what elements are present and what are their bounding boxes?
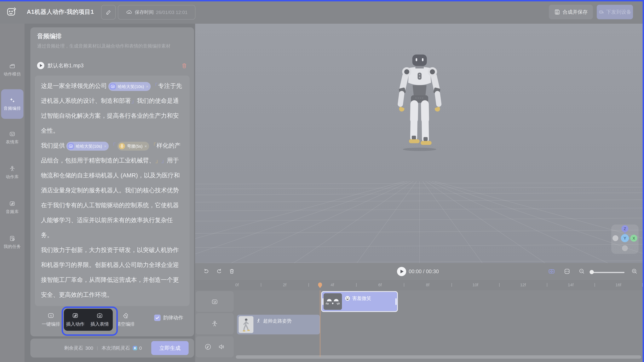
- sidebar-item-audio-library[interactable]: 音频库: [0, 195, 24, 219]
- audio-file-name: 默认名称1.mp3: [48, 62, 181, 69]
- sidebar-item-audio-arrange[interactable]: 音频编排: [0, 92, 24, 116]
- delete-audio-button[interactable]: [181, 63, 187, 69]
- axis-gizmo[interactable]: Z Y X: [611, 224, 638, 254]
- rhythm-audio-icon: [204, 343, 212, 350]
- timeline-zoom-slider[interactable]: [591, 272, 624, 273]
- insert-expression-button[interactable]: 插入表情: [87, 312, 112, 327]
- save-time-value: 26/01/03 12:01: [156, 10, 188, 15]
- zoom-in-icon[interactable]: [631, 268, 638, 275]
- redo-button[interactable]: [216, 268, 222, 274]
- timeline-scrollbar[interactable]: [236, 355, 641, 359]
- checkbox-checked-icon[interactable]: [154, 314, 160, 321]
- cloud-save-icon: [126, 9, 132, 16]
- action-track-icon: [211, 320, 218, 327]
- rhythm-motion-label: 韵律动作: [163, 314, 183, 321]
- motion-clip-label: 超帅走路姿势: [263, 318, 292, 324]
- screenshot-border-top: [0, 0, 644, 2]
- rhythm-motion-toggle[interactable]: 韵律动作: [154, 314, 183, 321]
- speaker-icon[interactable]: [218, 343, 225, 350]
- timeline-play-button[interactable]: [397, 267, 406, 276]
- save-time-label: 保存时间: [135, 9, 154, 16]
- clear-icon: [122, 312, 129, 319]
- script-editor-text[interactable]: 这是一家全球领先的公司哈哈大笑(10s)×「专注于先进机器人系统的设计、制造和部…: [41, 78, 184, 302]
- sidebar-item-my-tasks[interactable]: 我的任务: [0, 230, 24, 254]
- expression-chip-icon: [68, 143, 74, 150]
- sidebar-item-motion-library[interactable]: 动作库: [0, 161, 24, 184]
- panel-subtitle: 通过音频处理，生成音频素材以及融合动作和表情的音频编排素材: [37, 43, 188, 49]
- chip-label: 弯腰(5s): [127, 139, 142, 154]
- timeline-zoom-slider-handle[interactable]: [590, 270, 594, 274]
- music-box-icon: [9, 200, 16, 207]
- app-logo-icon: [6, 6, 18, 18]
- rename-button[interactable]: [101, 5, 116, 20]
- sidebar-item-motion-mimic[interactable]: 动作模仿: [0, 59, 24, 81]
- insert-motion-icon: [72, 312, 79, 319]
- expression-clip-label: 害羞微笑: [352, 295, 371, 302]
- action-label: 插入动作: [66, 321, 84, 327]
- robot-face-icon: [9, 131, 16, 137]
- panel-title: 音频编排: [37, 32, 62, 40]
- zoom-out-icon[interactable]: [578, 268, 585, 275]
- remaining-stones-label: 剩余灵石: [64, 345, 83, 351]
- expression-clip-thumbnail: [324, 293, 342, 310]
- ruler-frame-label: 2f: [283, 282, 286, 287]
- sidebar-item-expression-library[interactable]: 表情库: [0, 126, 24, 150]
- undo-button[interactable]: [203, 268, 210, 274]
- audio-arrange-panel: 音频编排 通过音频处理，生成音频素材以及融合动作和表情的音频编排素材 默认名称1…: [30, 27, 194, 336]
- motion-clip[interactable]: 超帅走路姿势: [237, 315, 320, 334]
- expression-tag-chip[interactable]: 哈哈大笑(10s)×: [66, 142, 109, 151]
- auto-arrange-button[interactable]: AI 一键编排: [38, 312, 64, 327]
- chip-remove-icon[interactable]: ×: [146, 79, 148, 94]
- sidebar-item-label: 表情库: [6, 139, 19, 145]
- action-tag-chip[interactable]: 弯腰(5s)×: [118, 142, 149, 151]
- expression-clip[interactable]: 害羞微笑: [321, 291, 398, 312]
- generate-now-label: 立即生成: [159, 344, 180, 352]
- generate-footer: 剩余灵石 300 | 本次消耗灵石 0 立即生成: [30, 338, 194, 357]
- quote-mark: 「: [110, 142, 116, 149]
- insert-expression-icon: [96, 312, 103, 319]
- script-editor[interactable]: 这是一家全球领先的公司哈哈大笑(10s)×「专注于先进机器人系统的设计、制造和部…: [35, 76, 190, 306]
- humanoid-robot: [394, 54, 445, 151]
- motion-person-icon: [256, 318, 261, 324]
- expression-tag-chip[interactable]: 哈哈大笑(10s)×: [108, 82, 151, 91]
- quote-mark: 」: [155, 157, 161, 164]
- delete-clip-button[interactable]: [228, 268, 235, 274]
- action-label: 清空编排: [116, 321, 135, 327]
- action-chip-icon: [118, 143, 125, 150]
- fit-timeline-icon[interactable]: [564, 268, 570, 275]
- ruler-frame-label: 8f: [426, 282, 429, 287]
- floppy-icon: [554, 9, 560, 15]
- insert-motion-button[interactable]: 插入动作: [63, 312, 88, 327]
- auto-attach-icon[interactable]: [548, 268, 555, 275]
- robot-3d-viewport[interactable]: Z Y X: [195, 24, 642, 263]
- axis-z-label: Z: [624, 227, 626, 231]
- sidebar-item-label: 动作模仿: [4, 71, 21, 77]
- synthesize-save-button[interactable]: 合成并保存: [549, 5, 593, 19]
- clip-trim-handle-right[interactable]: [396, 298, 396, 305]
- timeline-time: 00:00 / 00:30: [409, 269, 439, 274]
- timeline-ruler[interactable]: 0f2f4f6f8f10f12f14f16f: [195, 280, 642, 290]
- top-bar: A1机器人动作-我的项目1 保存时间 26/01/03 12:01 合成并保存: [0, 0, 644, 24]
- quote-mark: 「: [152, 82, 158, 89]
- screenshot-border-right: [642, 0, 644, 362]
- synthesize-save-label: 合成并保存: [562, 9, 588, 16]
- chip-remove-icon[interactable]: ×: [104, 139, 106, 154]
- ruler-frame-label: 0f: [235, 282, 239, 287]
- ruler-frame-label: 6f: [378, 282, 382, 287]
- chip-remove-icon[interactable]: ×: [144, 139, 147, 154]
- ruler-minor-tick: [547, 283, 547, 287]
- svg-text:AI: AI: [50, 314, 52, 317]
- ruler-minor-tick: [594, 283, 595, 287]
- clapperboard-icon: [9, 63, 16, 69]
- expression-track-icon: [211, 298, 218, 305]
- deploy-to-device-button[interactable]: 下发到设备: [597, 5, 633, 19]
- motion-clip-thumbnail: [239, 316, 254, 333]
- clip-trim-handle-left[interactable]: [322, 298, 324, 305]
- axis-y-label: Y: [624, 236, 626, 240]
- quote-mark: 」: [131, 97, 137, 104]
- ruler-minor-tick: [452, 283, 452, 287]
- audio-play-button[interactable]: [37, 62, 44, 69]
- generate-now-button[interactable]: 立即生成: [151, 341, 188, 355]
- chip-label: 哈哈大笑(10s): [118, 79, 144, 94]
- action-label: 插入表情: [90, 321, 109, 327]
